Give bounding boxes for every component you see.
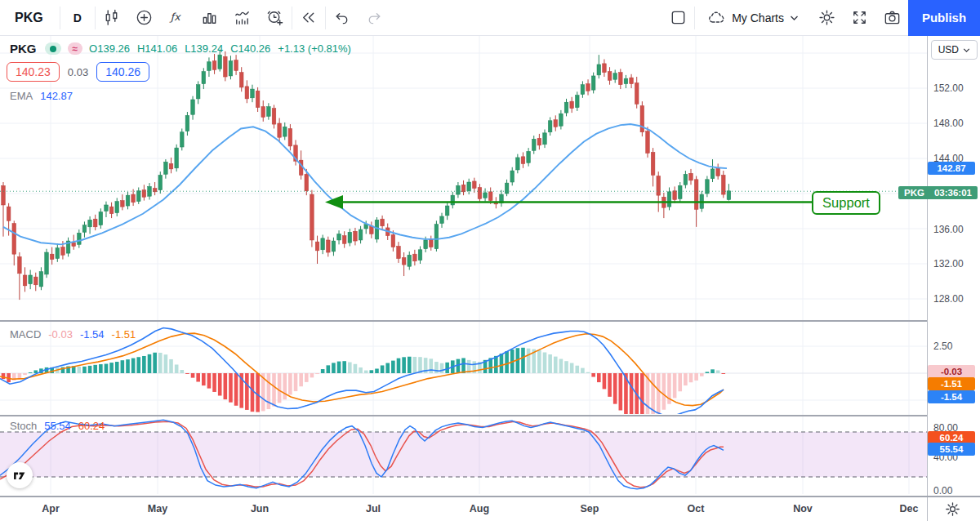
axis-label: 2.50 bbox=[933, 341, 952, 352]
countdown-symbol: PKG bbox=[904, 188, 924, 198]
approx-price-badge: ≈ bbox=[68, 42, 83, 55]
stoch-d-value: 60.24 bbox=[78, 420, 105, 432]
macd-signal-value: -1.51 bbox=[112, 328, 136, 341]
time-axis-month-label: Apr bbox=[42, 503, 60, 514]
time-axis-month-label: Oct bbox=[688, 503, 705, 514]
pane-separator bbox=[0, 415, 980, 416]
time-axis-month-label: Jun bbox=[251, 503, 269, 514]
ema-label: EMA bbox=[10, 90, 33, 102]
axis-label: 132.00 bbox=[933, 258, 964, 269]
stoch-band bbox=[0, 432, 927, 477]
spread-value: 0.03 bbox=[68, 66, 88, 78]
compare-add-icon[interactable] bbox=[128, 0, 161, 36]
indicators-fx-icon[interactable]: ƒx bbox=[161, 0, 194, 36]
alert-icon[interactable] bbox=[259, 0, 292, 36]
tradingview-logo[interactable] bbox=[7, 462, 33, 488]
stoch-legend[interactable]: Stoch 55.54 60.24 bbox=[10, 420, 105, 432]
time-axis-month-label: Sep bbox=[581, 503, 599, 514]
time-axis-month-label: Aug bbox=[470, 503, 489, 514]
macd-hist-value: -0.03 bbox=[48, 328, 73, 341]
axis-settings-gear-icon[interactable] bbox=[944, 501, 961, 521]
symbol-button[interactable]: PKG bbox=[0, 11, 60, 25]
ema-value: 142.87 bbox=[40, 90, 73, 102]
macd-legend[interactable]: MACD -0.03 -1.54 -1.51 bbox=[10, 328, 136, 341]
axis-corner-divider bbox=[927, 497, 928, 521]
close-value: C140.26 bbox=[230, 42, 270, 55]
axis-label: 136.00 bbox=[933, 224, 964, 235]
indicator-templates-icon[interactable] bbox=[194, 0, 226, 36]
change-value: +1.13 (+0.81%) bbox=[278, 42, 351, 55]
last-price-countdown-badge: PKG 03:36:01 bbox=[898, 186, 978, 199]
support-label-text: Support bbox=[822, 195, 870, 210]
macd-value: -1.54 bbox=[80, 328, 105, 341]
countdown-time: 03:36:01 bbox=[934, 188, 972, 198]
tradingview-chart-app: PKG D ƒx My Charts Publish Supp bbox=[0, 0, 980, 521]
ema-legend[interactable]: EMA 142.87 bbox=[10, 90, 73, 102]
legend-symbol[interactable]: PKG bbox=[10, 42, 37, 56]
redo-icon[interactable] bbox=[359, 0, 391, 36]
price-axis[interactable]: USD 156.00152.00148.00144.00136.00132.00… bbox=[927, 36, 980, 496]
axis-label: 0.00 bbox=[933, 485, 952, 497]
time-axis[interactable]: AprMayJunJulAugSepOctNovDec bbox=[0, 496, 980, 521]
market-status-dot-badge bbox=[45, 42, 61, 55]
chart-style-candles-icon[interactable] bbox=[96, 0, 128, 36]
axis-label: 128.00 bbox=[933, 293, 964, 305]
interval-button[interactable]: D bbox=[60, 11, 95, 24]
toolbar-right-group: My Charts Publish bbox=[662, 0, 980, 36]
time-axis-month-label: May bbox=[148, 503, 167, 514]
chevron-down-icon bbox=[963, 47, 970, 53]
axis-value-badge: 142.87 bbox=[928, 162, 975, 175]
layout-select-icon[interactable] bbox=[662, 0, 694, 36]
stoch-k-value: 55.54 bbox=[44, 420, 71, 432]
publish-button[interactable]: Publish bbox=[908, 0, 980, 36]
axis-value-badge: -0.03 bbox=[928, 365, 975, 378]
axis-value-badge: 55.54 bbox=[928, 443, 975, 456]
currency-selector[interactable]: USD bbox=[931, 40, 978, 60]
bar-replay-icon[interactable] bbox=[292, 0, 325, 36]
gridlines bbox=[0, 36, 927, 494]
buy-button[interactable]: 140.26 bbox=[96, 62, 149, 82]
snapshot-camera-icon[interactable] bbox=[875, 0, 908, 36]
support-arrow bbox=[325, 195, 343, 209]
undo-icon[interactable] bbox=[326, 0, 359, 36]
quote-buttons: 140.23 0.03 140.26 bbox=[7, 62, 149, 82]
forecast-icon[interactable] bbox=[226, 0, 259, 36]
chevron-down-icon bbox=[790, 15, 799, 21]
axis-value-badge: -1.51 bbox=[928, 377, 975, 390]
settings-gear-icon[interactable] bbox=[810, 0, 843, 36]
fullscreen-icon[interactable] bbox=[843, 0, 875, 36]
time-axis-month-label: Jul bbox=[366, 503, 381, 514]
time-axis-month-label: Nov bbox=[793, 503, 813, 514]
my-charts-button[interactable]: My Charts bbox=[695, 8, 810, 28]
axis-label: 152.00 bbox=[933, 82, 964, 94]
chart-canvas[interactable]: Support bbox=[0, 36, 980, 521]
top-toolbar: PKG D ƒx My Charts Publish bbox=[0, 0, 980, 36]
stoch-label: Stoch bbox=[10, 420, 37, 432]
sell-button[interactable]: 140.23 bbox=[7, 62, 60, 82]
axis-value-badge: -1.54 bbox=[928, 390, 975, 403]
candlestick-series bbox=[2, 50, 731, 300]
pane-separator bbox=[0, 320, 980, 322]
support-drawing[interactable]: Support bbox=[325, 192, 880, 214]
main-legend: PKG ≈ O139.26 H141.06 L139.24 C140.26 +1… bbox=[10, 42, 351, 56]
my-charts-label: My Charts bbox=[732, 11, 784, 24]
ohlc-values: O139.26 H141.06 L139.24 C140.26 +1.13 (+… bbox=[89, 42, 351, 55]
axis-label: 148.00 bbox=[933, 118, 964, 129]
low-value: L139.24 bbox=[185, 42, 223, 55]
open-value: O139.26 bbox=[89, 42, 130, 55]
currency-label: USD bbox=[938, 44, 959, 56]
high-value: H141.06 bbox=[137, 42, 177, 55]
macd-label: MACD bbox=[10, 328, 41, 341]
svg-text:ƒx: ƒx bbox=[169, 11, 181, 23]
time-axis-month-label: Dec bbox=[900, 503, 919, 514]
cloud-icon bbox=[706, 8, 726, 28]
